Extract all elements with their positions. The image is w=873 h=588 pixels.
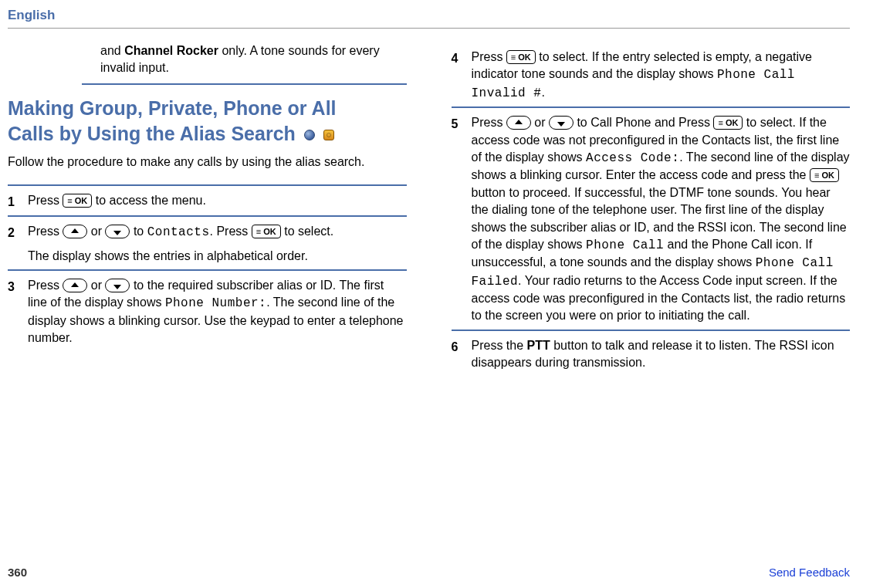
text: or — [87, 225, 105, 238]
step-2: 2 Press or to Contacts. Press to select.… — [8, 215, 407, 269]
text: . — [541, 86, 544, 99]
text: . Press — [210, 225, 252, 238]
text: to select. — [281, 225, 333, 238]
ok-button-icon — [506, 50, 536, 64]
page-number: 360 — [8, 566, 27, 579]
step-4: 4 Press to select. If the entry selected… — [452, 42, 851, 106]
step-number: 6 — [452, 337, 472, 372]
step-number: 4 — [452, 49, 472, 102]
step-note: The display shows the entries in alphabe… — [28, 248, 407, 265]
text: to Call Phone and Press — [574, 116, 713, 129]
page-footer: 360 Send Feedback — [8, 566, 850, 579]
text: or — [87, 279, 105, 292]
previous-step-continuation: and Channel Rocker only. A tone sounds f… — [100, 42, 407, 76]
up-button-icon — [63, 225, 87, 238]
step-number: 1 — [8, 192, 28, 211]
up-button-icon — [63, 279, 87, 292]
step-6: 6 Press the PTT button to talk and relea… — [452, 329, 851, 377]
step-text: Press to select. If the entry selected i… — [472, 49, 851, 102]
text: Press the — [472, 339, 527, 352]
section-heading: Making Group, Private, Phone or All Call… — [8, 96, 407, 146]
badge-icon — [323, 130, 334, 140]
step-number: 3 — [8, 277, 28, 347]
step-text: Press or to Call Phone and Press to sele… — [472, 114, 851, 325]
page-header-language: English — [8, 8, 850, 29]
text: Press — [28, 225, 63, 238]
send-feedback-link[interactable]: Send Feedback — [769, 566, 850, 579]
display-text-phone-call: Phone Call — [586, 238, 664, 252]
display-text-contacts: Contacts — [147, 225, 210, 239]
down-button-icon — [105, 225, 130, 238]
step-number: 5 — [452, 114, 472, 325]
text: or — [531, 116, 549, 129]
display-text-phone-number: Phone Number: — [165, 296, 266, 310]
step-number: 2 — [8, 223, 28, 265]
ptt-label: PTT — [527, 339, 550, 352]
display-text-access-code: Access Code: — [586, 151, 679, 165]
ok-button-icon — [713, 116, 743, 130]
step-3: 3 Press or to the required subscriber al… — [8, 269, 407, 352]
text: . Your radio returns to the Access Code … — [472, 274, 846, 323]
step-divider — [82, 83, 407, 85]
text: to access the menu. — [92, 194, 206, 207]
step-1: 1 Press to access the menu. — [8, 184, 407, 215]
step-5: 5 Press or to Call Phone and Press to se… — [452, 106, 851, 329]
globe-icon — [304, 130, 315, 140]
text: Press — [472, 116, 506, 129]
ok-button-icon — [63, 194, 92, 208]
step-text: Press or to the required subscriber alia… — [28, 277, 407, 347]
heading-line-2: Calls by Using the Alias Search — [8, 123, 296, 144]
step-text: Press to access the menu. — [28, 192, 407, 209]
down-button-icon — [549, 116, 574, 130]
heading-line-1: Making Group, Private, Phone or All — [8, 97, 337, 119]
text: Press — [28, 279, 63, 292]
text: and — [100, 44, 124, 57]
text: Press — [28, 194, 63, 207]
down-button-icon — [105, 279, 130, 292]
channel-rocker-label: Channel Rocker — [124, 44, 218, 57]
ok-button-icon — [810, 168, 839, 182]
text: Press — [472, 50, 506, 63]
step-text: Press the PTT button to talk and release… — [472, 337, 851, 372]
ok-button-icon — [252, 225, 281, 238]
step-text: Press or to Contacts. Press to select. — [28, 223, 407, 241]
up-button-icon — [506, 116, 531, 130]
section-intro: Follow the procedure to make any calls b… — [8, 154, 407, 171]
text: to — [130, 225, 147, 238]
